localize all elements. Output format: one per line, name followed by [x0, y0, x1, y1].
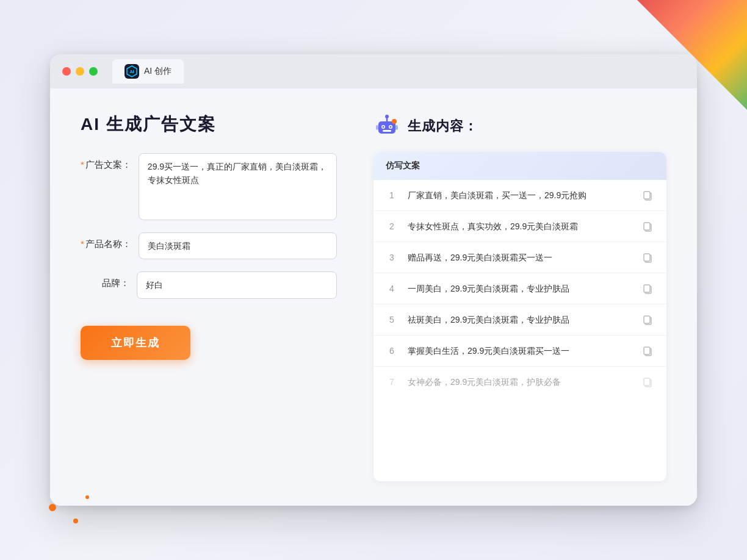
result-row: 1厂家直销，美白淡斑霜，买一送一，29.9元抢购 [374, 180, 666, 211]
brand-input[interactable] [137, 271, 337, 298]
result-number: 6 [386, 346, 398, 356]
tab-label: AI 创作 [144, 66, 171, 77]
svg-rect-11 [395, 125, 398, 130]
form-row-product-name: *产品名称： [81, 232, 337, 259]
result-text: 赠品再送，29.9元美白淡斑霜买一送一 [408, 251, 631, 264]
result-number: 1 [386, 190, 398, 200]
copy-icon[interactable] [641, 188, 654, 202]
result-text: 女神必备，29.9元美白淡斑霜，护肤必备 [408, 376, 631, 389]
result-number: 7 [386, 377, 398, 387]
copy-icon[interactable] [641, 282, 654, 295]
svg-rect-26 [644, 378, 650, 386]
traffic-light-close[interactable] [62, 67, 71, 76]
svg-point-12 [392, 119, 397, 124]
result-row: 6掌握美白生活，29.9元美白淡斑霜买一送一 [374, 336, 666, 367]
copy-icon[interactable] [641, 313, 654, 326]
results-list: 1厂家直销，美白淡斑霜，买一送一，29.9元抢购 2专抹女性斑点，真实功效，29… [374, 180, 666, 397]
generate-button[interactable]: 立即生成 [81, 326, 190, 360]
form-group: *广告文案： 29.9买一送一，真正的厂家直销，美白淡斑霜，专抹女性斑点 *产品… [81, 153, 337, 299]
copy-icon[interactable] [641, 251, 654, 264]
result-text: 专抹女性斑点，真实功效，29.9元美白淡斑霜 [408, 220, 631, 233]
form-row-ad-copy: *广告文案： 29.9买一送一，真正的厂家直销，美白淡斑霜，专抹女性斑点 [81, 153, 337, 220]
result-row: 3赠品再送，29.9元美白淡斑霜买一送一 [374, 242, 666, 273]
svg-point-4 [385, 115, 389, 118]
svg-text:AI: AI [130, 70, 134, 74]
right-header: 生成内容： [374, 113, 666, 140]
required-star-ad: * [81, 159, 84, 170]
page-title: AI 生成广告文案 [81, 113, 337, 136]
svg-rect-16 [644, 223, 650, 230]
copy-icon[interactable] [641, 375, 654, 389]
right-title: 生成内容： [408, 117, 478, 135]
brand-label: 品牌： [81, 271, 129, 289]
svg-point-8 [390, 126, 392, 128]
result-text: 一周美白，29.9元美白淡斑霜，专业护肤品 [408, 282, 631, 295]
result-row: 2专抹女性斑点，真实功效，29.9元美白淡斑霜 [374, 211, 666, 242]
product-name-input[interactable] [139, 232, 337, 259]
svg-rect-20 [644, 285, 650, 292]
dot-bl-2 [73, 519, 78, 523]
ad-copy-input[interactable]: 29.9买一送一，真正的厂家直销，美白淡斑霜，专抹女性斑点 [139, 153, 337, 220]
product-name-label: *产品名称： [81, 232, 131, 250]
right-panel: 生成内容： 仿写文案 1厂家直销，美白淡斑霜，买一送一，29.9元抢购 2专抹女… [374, 113, 666, 481]
result-text: 掌握美白生活，29.9元美白淡斑霜买一送一 [408, 345, 631, 357]
svg-rect-22 [644, 316, 650, 323]
copy-icon[interactable] [641, 344, 654, 357]
tab-ai-create[interactable]: AI AI 创作 [112, 59, 184, 84]
svg-rect-9 [383, 130, 391, 132]
svg-rect-14 [644, 192, 650, 199]
result-row: 4一周美白，29.9元美白淡斑霜，专业护肤品 [374, 273, 666, 304]
main-content: AI 生成广告文案 *广告文案： 29.9买一送一，真正的厂家直销，美白淡斑霜，… [50, 88, 697, 506]
svg-rect-18 [644, 254, 650, 261]
ad-copy-label: *广告文案： [81, 153, 131, 171]
svg-rect-24 [644, 347, 650, 354]
copy-icon[interactable] [641, 220, 654, 233]
svg-point-7 [383, 126, 384, 128]
result-text: 祛斑美白，29.9元美白淡斑霜，专业护肤品 [408, 314, 631, 326]
traffic-lights [62, 67, 98, 76]
result-row: 7女神必备，29.9元美白淡斑霜，护肤必备 [374, 367, 666, 397]
title-bar: AI AI 创作 [50, 54, 697, 88]
svg-rect-10 [376, 125, 378, 130]
result-text: 厂家直销，美白淡斑霜，买一送一，29.9元抢购 [408, 189, 631, 202]
traffic-light-maximize[interactable] [89, 67, 98, 76]
robot-icon [374, 113, 400, 140]
ai-tab-icon: AI [125, 64, 139, 79]
result-number: 3 [386, 253, 398, 262]
results-container: 仿写文案 1厂家直销，美白淡斑霜，买一送一，29.9元抢购 2专抹女性斑点，真实… [374, 152, 666, 481]
browser-window: AI AI 创作 AI 生成广告文案 *广告文案： 29.9买一送一，真正的厂家… [50, 54, 697, 506]
traffic-light-minimize[interactable] [76, 67, 84, 76]
dot-bl-3 [85, 495, 89, 499]
required-star-product: * [81, 239, 84, 249]
results-table-header: 仿写文案 [374, 152, 666, 180]
result-number: 5 [386, 315, 398, 325]
result-number: 4 [386, 284, 398, 293]
form-row-brand: 品牌： [81, 271, 337, 298]
result-number: 2 [386, 221, 398, 231]
left-panel: AI 生成广告文案 *广告文案： 29.9买一送一，真正的厂家直销，美白淡斑霜，… [81, 113, 337, 481]
result-row: 5祛斑美白，29.9元美白淡斑霜，专业护肤品 [374, 304, 666, 336]
dot-bl-1 [49, 504, 56, 511]
